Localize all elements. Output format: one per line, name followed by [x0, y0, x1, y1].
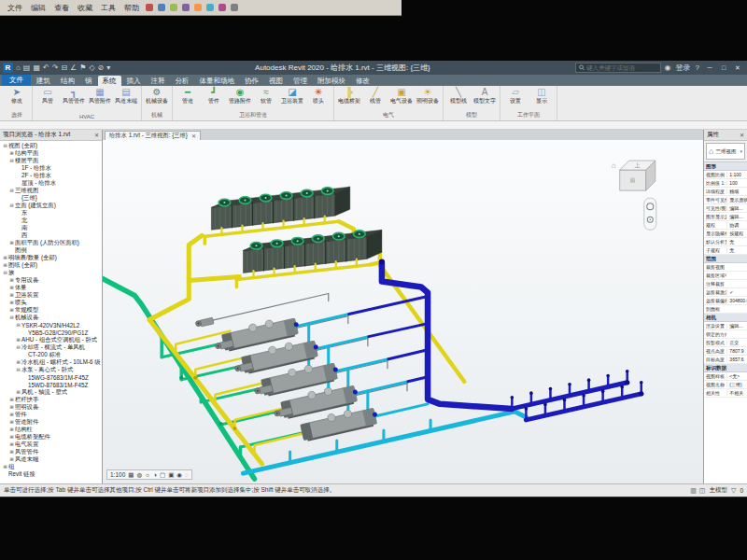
tree-expander-icon[interactable]: ⊞ — [2, 262, 8, 268]
ribbon-tool-pipe[interactable]: ━管道 — [176, 87, 200, 105]
ribbon-tab-4[interactable]: 插入 — [122, 76, 146, 86]
browser-item-12[interactable]: 西 — [0, 231, 102, 239]
browser-item-0[interactable]: ⊟视图 (全部) — [0, 142, 102, 149]
property-row[interactable]: 远剪裁偏移304800.0 — [704, 297, 747, 305]
browser-item-35[interactable]: ⊞照明设备 — [0, 403, 102, 411]
view-scale-button[interactable]: 1:100 — [110, 471, 125, 478]
open-icon[interactable]: ▤ — [23, 63, 31, 72]
minimize-button[interactable]: ─ — [703, 62, 716, 74]
tree-expander-icon[interactable]: ⊞ — [8, 412, 15, 417]
crop-view-icon[interactable]: ▢ — [160, 471, 165, 479]
ribbon-tab-7[interactable]: 体量和场地 — [195, 76, 240, 86]
tree-expander-icon[interactable]: ⊞ — [15, 389, 21, 395]
tree-expander-icon[interactable]: ⊟ — [15, 322, 21, 328]
browser-item-36[interactable]: ⊞管件 — [0, 411, 102, 418]
ribbon-tool-pipe-accessory[interactable]: ◉管路附件 — [228, 87, 252, 105]
browser-item-1[interactable]: ⊞结构平面 — [0, 149, 102, 157]
browser-item-30[interactable]: ⊟水泵 - 离心式 - 卧式 — [0, 366, 102, 373]
top-toolbar-icon-2[interactable] — [170, 4, 177, 11]
ribbon-tool-conduit[interactable]: ╱线管 — [363, 87, 388, 105]
ribbon-tool-plumbing-fixture[interactable]: ◪卫浴装置 — [280, 87, 304, 105]
ribbon-tool-duct-fitting[interactable]: ┓风管管件 — [62, 87, 86, 105]
browser-item-17[interactable]: ⊟族 — [0, 269, 102, 276]
top-toolbar-icon-1[interactable] — [158, 4, 165, 11]
ribbon-tool-cable-tray[interactable]: ╠电缆桥架 — [337, 87, 361, 105]
ribbon-tab-2[interactable]: 钢 — [80, 76, 97, 86]
ribbon-tab-1[interactable]: 结构 — [56, 76, 79, 86]
filter-icon[interactable]: ▽ — [731, 487, 736, 495]
property-value[interactable]: 不相关 — [726, 390, 747, 396]
browser-item-5[interactable]: 屋顶 - 给排水 — [0, 179, 102, 187]
undo-icon[interactable]: ↶ — [43, 63, 49, 72]
property-value[interactable]: 3657.6 — [726, 357, 747, 362]
property-row[interactable]: 默认分析显示样式无 — [704, 238, 747, 246]
top-menu-item-3[interactable]: 收藏 — [76, 3, 94, 13]
browser-item-41[interactable]: ⊞风管管件 — [0, 448, 102, 455]
search-input[interactable] — [586, 64, 657, 71]
browser-item-38[interactable]: ⊞结构柱 — [0, 426, 102, 433]
property-row[interactable]: 远剪裁激活✓ — [704, 288, 747, 297]
top-menu-item-1[interactable]: 编辑 — [29, 3, 48, 13]
property-value[interactable]: 7807.9 — [726, 348, 747, 354]
tree-expander-icon[interactable]: ⊞ — [2, 255, 8, 260]
tree-expander-icon[interactable]: ⊟ — [15, 344, 21, 350]
browser-item-15[interactable]: ⊞明细表/数量 (全部) — [0, 254, 102, 261]
top-toolbar-icon-0[interactable] — [146, 4, 153, 11]
property-value[interactable]: 编辑... — [726, 323, 747, 329]
browser-item-13[interactable]: ⊞面积平面 (人防分区面积) — [0, 239, 102, 246]
browser-item-7[interactable]: {三维} — [0, 194, 102, 202]
view-cube[interactable]: 上前⌂ — [612, 161, 655, 190]
property-section-3[interactable]: 标识数据 — [704, 364, 747, 372]
section-icon[interactable]: ⊘ — [98, 63, 105, 72]
navigation-bar[interactable] — [644, 198, 656, 230]
ribbon-tool-show-workplane[interactable]: ◫显示 — [529, 87, 554, 105]
tree-expander-icon[interactable]: ⊞ — [8, 240, 15, 245]
property-section-2[interactable]: 相机 — [704, 314, 747, 322]
ribbon-tool-sprinkler[interactable]: ✳喷头 — [306, 87, 331, 105]
property-row[interactable]: 详细程度精细 — [704, 188, 747, 196]
ribbon-tab-0[interactable]: 建筑 — [32, 76, 55, 86]
browser-item-34[interactable]: ⊞栏杆扶手 — [0, 396, 102, 403]
property-section-1[interactable]: 范围 — [704, 255, 747, 263]
default-3d-view-icon[interactable]: ◇ — [89, 63, 94, 72]
property-value[interactable]: 1:100 — [726, 172, 747, 177]
type-selector[interactable]: ⌂ 三维视图 ▾ — [706, 143, 745, 160]
property-value[interactable]: ✓ — [726, 289, 747, 295]
property-value[interactable]: 精细 — [726, 189, 747, 194]
top-menu-item-0[interactable]: 文件 — [6, 3, 24, 13]
browser-item-32[interactable]: 15WD-87683/1M-F45Z — [0, 381, 102, 388]
tree-expander-icon[interactable]: ⊞ — [8, 449, 15, 455]
temporary-hide-isolate-icon[interactable]: ◉ — [176, 471, 182, 479]
browser-item-29[interactable]: ⊞冷水机组 - 螺杆式 - 10LM-6 级 - 380-600 - 100-1… — [0, 358, 102, 366]
ribbon-tab-11[interactable]: 附加模块 — [313, 76, 350, 86]
ribbon-tool-set-workplane[interactable]: ▱设置 — [503, 87, 528, 105]
revit-logo[interactable]: R — [3, 63, 13, 73]
browser-item-33[interactable]: ⊞风机 - 轴流 - 壁式 — [0, 388, 102, 396]
view-tab[interactable]: 给排水 1.rvt - 三维视图: {三维} ✕ — [105, 131, 201, 140]
property-row[interactable]: 投影模式正交 — [704, 339, 747, 347]
top-menu-item-4[interactable]: 工具 — [99, 3, 118, 13]
property-row[interactable]: 零件可见性显示原状态 — [704, 196, 747, 204]
ribbon-tab-12[interactable]: 修改 — [351, 76, 374, 86]
print-icon[interactable]: ⊟ — [61, 63, 67, 72]
browser-item-18[interactable]: ⊞专用设备 — [0, 276, 102, 284]
pump[interactable] — [195, 317, 214, 328]
measure-icon[interactable]: ∠ — [70, 63, 77, 72]
ribbon-tool-duct-accessory[interactable]: ▦风管附件 — [88, 87, 112, 105]
property-value[interactable]: 304800.0 — [726, 298, 747, 303]
property-value[interactable]: 无 — [726, 247, 747, 253]
blue-main-pipes[interactable] — [379, 259, 643, 420]
property-row[interactable]: 显示隐藏线按规程 — [704, 230, 747, 238]
top-toolbar-icon-3[interactable] — [182, 4, 190, 11]
file-tab[interactable]: 文件 — [2, 75, 31, 86]
worksharing-display-icon[interactable]: ▥ — [690, 487, 697, 495]
3d-model-canvas[interactable]: 上前⌂ 1:100 ▦◍☼◑▢▣◉◌ — [103, 140, 703, 483]
tree-expander-icon[interactable]: ⊞ — [8, 397, 15, 402]
browser-item-11[interactable]: 南 — [0, 224, 102, 231]
help-search-box[interactable] — [575, 63, 661, 73]
property-row[interactable]: 裁剪视图 — [704, 263, 747, 272]
browser-item-40[interactable]: ⊞电气装置 — [0, 441, 102, 448]
ribbon-tool-modify[interactable]: ➤修改 — [5, 87, 29, 105]
3d-model[interactable]: 上前⌂ — [103, 140, 703, 483]
property-value[interactable]: 编辑... — [726, 205, 747, 211]
